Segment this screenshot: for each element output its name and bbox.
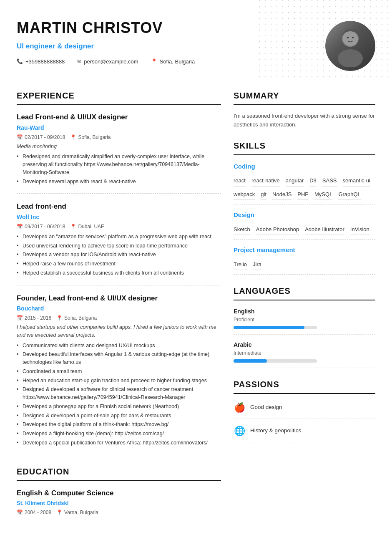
design-subsection-title: Design [234, 210, 375, 220]
bullet-item: Developed beautiful interfaces with Angu… [17, 351, 221, 366]
pin-icon-0: 📍 [70, 134, 76, 141]
job-item-1: Lead front-end Wolf Inc 📅 09/2017 - 06/2… [17, 201, 221, 285]
job-dates-2: 📅 2015 - 2016 [17, 314, 51, 322]
location-text: Sofia, Bulgaria [160, 58, 195, 66]
summary-section-title: SUMMARY [234, 89, 375, 105]
bullet-item: Designed & developed a software for clin… [17, 386, 221, 401]
language-bar-bg-arabic [234, 359, 317, 363]
coding-skills-grid: react react-native angular D3 SASS seman… [234, 175, 375, 200]
job-company-0: Rau-Ward [17, 124, 221, 132]
bullet-item: Redesigned and dramatically simplified a… [17, 153, 221, 176]
job-bullets-0: Redesigned and dramatically simplified a… [17, 153, 221, 185]
bullet-item: Developed several apps with react & reac… [17, 178, 221, 186]
skill-sass: SASS [322, 175, 337, 187]
svg-point-5 [347, 37, 349, 38]
edu-school-0: St. Kliment Ohridski [17, 499, 221, 507]
skills-separator-2 [234, 239, 375, 240]
education-section-title: EDUCATION [17, 465, 221, 481]
job-desc-0: Media monitoring [17, 143, 221, 151]
svg-point-6 [352, 37, 354, 38]
svg-point-4 [343, 31, 358, 46]
pin-icon-1: 📍 [70, 223, 76, 230]
language-arabic: Arabic Intermediate [234, 341, 375, 368]
job-bullets-2: Communicated with clients and designed U… [17, 342, 221, 447]
header-content: MARTIN CHRISTOV UI engineer & designer 📞… [0, 0, 392, 79]
job-meta-2: 📅 2015 - 2016 📍 Sofia, Bulgaria [17, 314, 221, 322]
job-location-1: 📍 Dubai, UAE [70, 223, 104, 230]
job-title-0: Lead Front-end & UI/UX designer [17, 112, 221, 123]
skill-semantic-ui: semantic-ui [343, 175, 370, 187]
job-dates-0: 📅 02/2017 - 09/2018 [17, 134, 65, 141]
contact-info: 📞 +359888888888 ✉ person@example.com 📍 S… [17, 58, 195, 66]
bullet-item: Helped an education start-up gain tracti… [17, 377, 221, 385]
profile-photo [325, 21, 375, 71]
job-meta-0: 📅 02/2017 - 09/2018 📍 Sofia, Bulgaria [17, 134, 221, 141]
phone-contact: 📞 +359888888888 [17, 58, 65, 66]
edu-meta-0: 📅 2004 - 2008 📍 Varna, Bulgaria [17, 509, 221, 516]
job-desc-2: I helped startups and other companies bu… [17, 323, 221, 339]
skill-graphql: GraphQL [338, 189, 360, 200]
skill-git: git [261, 189, 266, 200]
skill-invision: InVision [350, 224, 369, 235]
languages-section-title: LANGUAGES [234, 285, 375, 300]
bullet-item: Communicated with clients and designed U… [17, 342, 221, 350]
skill-angular: angular [286, 175, 304, 187]
bullet-item: Developed an "amazon for services" platf… [17, 233, 221, 241]
skill-trello: Trello [234, 259, 247, 270]
phone-number: +359888888888 [25, 58, 65, 66]
skill-react: react [234, 175, 246, 187]
job-title-2: Founder, Lead front-end & UI/UX designer [17, 293, 221, 304]
photo-placeholder [325, 21, 375, 71]
language-level-english: Proficient [234, 316, 375, 323]
job-dates-1: 📅 09/2017 - 06/2018 [17, 223, 65, 230]
edu-degree-0: English & Computer Science [17, 488, 221, 499]
language-name-arabic: Arabic [234, 341, 375, 349]
passion-history: 🌐 History & geopolitics [234, 424, 375, 442]
language-bar-fill-arabic [234, 359, 267, 363]
skill-jira: Jira [253, 259, 261, 270]
bullet-item: Used universal rendering to achieve top … [17, 242, 221, 250]
calendar-icon-edu: 📅 [17, 509, 23, 516]
passions-section-title: PASSIONS [234, 378, 375, 394]
skill-php: PHP [297, 189, 309, 200]
skill-adobe-illustrator: Adobe Illustrator [305, 224, 344, 235]
job-title: UI engineer & designer [17, 41, 195, 52]
calendar-icon-2: 📅 [17, 314, 23, 322]
location-icon: 📍 [151, 58, 157, 65]
bullet-item: Helped establish a successful business w… [17, 269, 221, 277]
coding-subsection-title: Coding [234, 162, 375, 172]
email-contact: ✉ person@example.com [77, 58, 138, 66]
bullet-item: Developed a flight-booking site (demo): … [17, 430, 221, 438]
skill-mysql: MySQL [314, 189, 332, 200]
job-item-0: Lead Front-end & UI/UX designer Rau-Ward… [17, 112, 221, 194]
skill-d3: D3 [309, 175, 317, 187]
bullet-item: Designed & developed a point-of-sale app… [17, 412, 221, 420]
email-icon: ✉ [77, 58, 81, 65]
language-level-arabic: Intermediate [234, 349, 375, 357]
language-bar-bg-english [234, 326, 317, 329]
skills-separator-1 [234, 204, 375, 204]
job-company-1: Wolf Inc [17, 213, 221, 222]
pm-subsection-title: Project management [234, 245, 375, 255]
calendar-icon-1: 📅 [17, 223, 23, 230]
skill-sketch: Sketch [234, 224, 250, 235]
job-company-2: Bouchard [17, 304, 221, 313]
edu-dates-0: 📅 2004 - 2008 [17, 509, 51, 516]
job-bullets-1: Developed an "amazon for services" platf… [17, 233, 221, 277]
skill-react-native: react-native [251, 175, 280, 187]
location-contact: 📍 Sofia, Bulgaria [151, 58, 195, 66]
globe-icon: 🌐 [234, 424, 245, 438]
bullet-item: Developed a phonegap app for a Finnish s… [17, 403, 221, 411]
language-english: English Proficient [234, 307, 375, 335]
left-column: EXPERIENCE Lead Front-end & UI/UX design… [17, 79, 221, 538]
job-location-0: 📍 Sofia, Bulgaria [70, 134, 111, 141]
pin-icon-2: 📍 [56, 314, 63, 322]
bullet-item: Developed a vendor app for iOS/Android w… [17, 251, 221, 259]
bullet-item: Coordinated a small team [17, 368, 221, 376]
calendar-icon-0: 📅 [17, 134, 23, 141]
skill-adobe-photoshop: Adobe Photoshop [256, 224, 299, 235]
skill-nodejs: NodeJS [272, 189, 291, 200]
main-content: EXPERIENCE Lead Front-end & UI/UX design… [0, 79, 392, 555]
resume-page: MARTIN CHRISTOV UI engineer & designer 📞… [0, 0, 392, 555]
language-name-english: English [234, 307, 375, 316]
